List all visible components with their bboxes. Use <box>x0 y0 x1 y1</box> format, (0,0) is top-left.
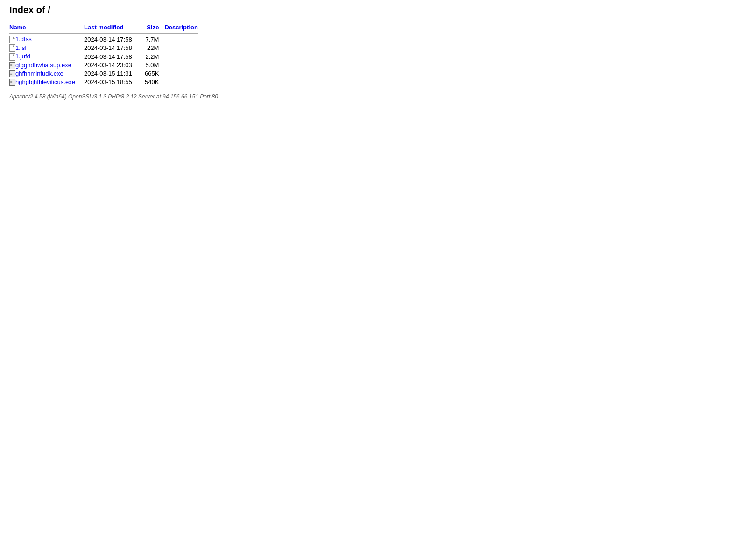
file-size: 665K <box>145 70 164 78</box>
file-size: 2.2M <box>145 52 164 61</box>
file-link[interactable]: 1.jufd <box>15 53 30 60</box>
file-modified: 2024-03-15 11:31 <box>84 70 145 78</box>
exe-file-icon <box>9 70 15 77</box>
file-description <box>164 35 201 44</box>
file-description <box>164 61 201 70</box>
exe-file-icon <box>9 62 15 69</box>
file-description <box>164 52 201 61</box>
file-size: 540K <box>145 78 164 86</box>
col-description-header[interactable]: Description <box>164 24 198 31</box>
file-size: 22M <box>145 44 164 53</box>
col-name-header[interactable]: Name <box>9 24 26 31</box>
generic-file-icon <box>9 53 15 61</box>
file-modified: 2024-03-14 17:58 <box>84 52 145 61</box>
file-description <box>164 70 201 78</box>
file-modified: 2024-03-14 17:58 <box>84 35 145 44</box>
file-listing-table: Name Last modified Size Description 1.df… <box>9 23 201 93</box>
file-link[interactable]: 1.dfss <box>15 35 32 42</box>
file-size: 5.0M <box>145 61 164 70</box>
table-row: 1.jsf2024-03-14 17:5822M <box>9 44 201 53</box>
server-footer: Apache/2.4.58 (Win64) OpenSSL/3.1.3 PHP/… <box>9 93 738 100</box>
file-link[interactable]: ghfhhminfudk.exe <box>15 70 63 77</box>
table-row: hghgbjhfhleviticus.exe2024-03-15 18:5554… <box>9 78 201 86</box>
col-size-header[interactable]: Size <box>147 24 159 31</box>
file-description <box>164 44 201 53</box>
table-row: 1.jufd2024-03-14 17:582.2M <box>9 52 201 61</box>
file-modified: 2024-03-14 17:58 <box>84 44 145 53</box>
page-title: Index of / <box>9 5 738 15</box>
file-description <box>164 78 201 86</box>
generic-file-icon <box>9 44 15 52</box>
col-modified-header[interactable]: Last modified <box>84 24 124 31</box>
table-row: ghfhhminfudk.exe2024-03-15 11:31665K <box>9 70 201 78</box>
generic-file-icon <box>9 36 15 43</box>
table-row: 1.dfss2024-03-14 17:587.7M <box>9 35 201 44</box>
exe-file-icon <box>9 79 15 86</box>
file-modified: 2024-03-15 18:55 <box>84 78 145 86</box>
table-row: gfgghdhwhatsup.exe2024-03-14 23:035.0M <box>9 61 201 70</box>
file-link[interactable]: hghgbjhfhleviticus.exe <box>15 78 75 85</box>
file-link[interactable]: 1.jsf <box>15 44 27 51</box>
file-modified: 2024-03-14 23:03 <box>84 61 145 70</box>
file-size: 7.7M <box>145 35 164 44</box>
file-link[interactable]: gfgghdhwhatsup.exe <box>15 62 71 69</box>
